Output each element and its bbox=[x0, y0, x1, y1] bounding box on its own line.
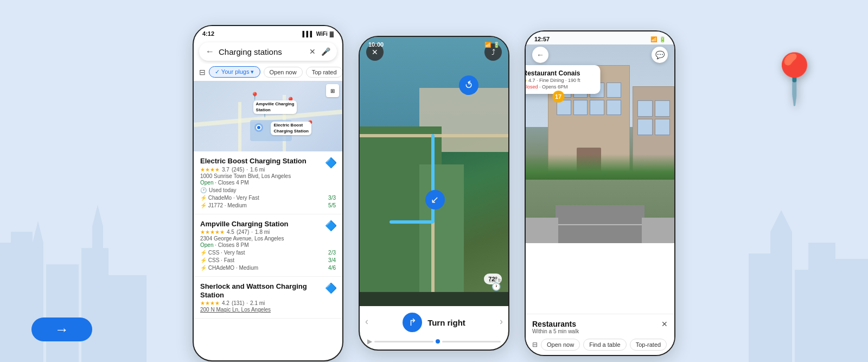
stars-3: ★★★★ bbox=[200, 300, 220, 306]
wifi-icon-2: 📶 bbox=[484, 42, 491, 48]
search-actions: ✕ 🎤 bbox=[309, 47, 330, 56]
search-bar[interactable]: ← Charging stations ✕ 🎤 bbox=[199, 42, 337, 61]
map-background: 📍 📍 📍 📍 Ampville ChargingStation Electri… bbox=[194, 81, 342, 151]
status-bar-2: 10:00 📶 🔋 bbox=[360, 37, 508, 50]
progress-dot bbox=[436, 339, 440, 344]
poi-opens: · Opens 6PM bbox=[539, 84, 568, 90]
sv-sidewalk-r bbox=[642, 218, 674, 243]
nav-turn-text: Turn right bbox=[427, 318, 465, 327]
sv-ground bbox=[526, 180, 674, 243]
wifi-icon: WiFi bbox=[316, 31, 328, 37]
panel-filters: ⊟ Open now Find a table Top-rated More bbox=[532, 339, 668, 351]
station-name-3: Sherlock and Wattson Charging Station bbox=[200, 282, 336, 299]
prev-step-icon[interactable]: ‹ bbox=[365, 316, 368, 327]
poi-badge: 17 bbox=[552, 91, 564, 103]
panel-close-button[interactable]: ✕ bbox=[661, 320, 668, 328]
status-bar-3: 12:57 📶 🔋 bbox=[526, 31, 674, 45]
filter-settings-icon[interactable]: ⊟ bbox=[199, 68, 206, 77]
map-layers-button[interactable]: ⊞ bbox=[326, 84, 339, 97]
aerial-map: ↺ ↙ bbox=[360, 37, 508, 292]
time-2: 10:00 bbox=[368, 41, 384, 48]
station-item-ampville[interactable]: Ampville Charging Station ★★★★★ 4.5 (247… bbox=[194, 214, 342, 277]
poi-status: Closed · Opens 6PM bbox=[526, 84, 594, 90]
mic-icon[interactable]: 🎤 bbox=[321, 47, 330, 56]
timer-icon: 🕐 bbox=[492, 282, 501, 291]
status-icons-2: 📶 🔋 bbox=[484, 42, 500, 48]
map-label-electric: Electric BoostCharging Station bbox=[271, 122, 311, 135]
nav-path-v bbox=[431, 134, 435, 224]
turn-icon: ↱ bbox=[403, 313, 422, 332]
station-address-1: 1000 Sunrise Town Blvd, Los Angeles bbox=[200, 173, 336, 179]
filter-chip-top-rated[interactable]: Top rated bbox=[306, 67, 342, 78]
nav-instruction: ↱ Turn right bbox=[403, 308, 465, 334]
filter-chip-your-plugs[interactable]: ✓ Your plugs ▾ bbox=[209, 66, 260, 78]
nav-content: 10:00 📶 🔋 bbox=[360, 37, 508, 350]
next-step-icon[interactable]: › bbox=[500, 316, 503, 327]
charger-icon-2a: ⚡ bbox=[200, 250, 207, 256]
charger-row-2a: ⚡ CSS · Very fast 2/3 bbox=[200, 250, 336, 256]
map-label-ampville: Ampville ChargingStation bbox=[253, 100, 297, 114]
panel-filter-open-now[interactable]: Open now bbox=[541, 339, 580, 351]
station-rating-2: ★★★★★ 4.5 (247) · 1.8 mi bbox=[200, 229, 336, 235]
panel-header: Restaurants Within a 5 min walk ✕ bbox=[532, 320, 668, 334]
clock-icon: 🕐 bbox=[200, 187, 207, 193]
poi-stars: ★ bbox=[526, 78, 527, 83]
clear-icon[interactable]: ✕ bbox=[309, 47, 316, 56]
time-1: 4:12 bbox=[202, 30, 214, 37]
wifi-icon-3: 📶 bbox=[650, 36, 657, 42]
rating-3: 4.2 bbox=[222, 300, 229, 306]
sv-chat-button[interactable]: 💬 bbox=[652, 47, 668, 63]
charger-row-2b: ⚡ CSS · Fast 3/4 bbox=[200, 257, 336, 263]
used-today-1: 🕐 Used today bbox=[200, 187, 336, 193]
sv-back-button[interactable]: ← bbox=[532, 47, 548, 63]
station-item-electric-boost[interactable]: Electric Boost Charging Station ★★★★ 3.7… bbox=[194, 151, 342, 214]
battery-icon-2: 🔋 bbox=[493, 42, 500, 48]
station-list: Electric Boost Charging Station ★★★★ 3.7… bbox=[194, 151, 342, 319]
back-button[interactable]: ← bbox=[206, 47, 214, 56]
charger-row-2c: ⚡ CHAdeMO · Medium 4/6 bbox=[200, 265, 336, 271]
reviews-2: (247) bbox=[237, 229, 249, 235]
navigate-station-3[interactable]: 🔷 bbox=[325, 282, 337, 294]
battery-icon-3: 🔋 bbox=[659, 36, 666, 42]
poi-card[interactable]: Restaurant Conais ★ 4.7 · Fine Dining · … bbox=[526, 65, 601, 94]
play-icon[interactable]: ▶ bbox=[367, 338, 372, 345]
panel-filter-find-table[interactable]: Find a table bbox=[583, 339, 626, 351]
station-status-1: Open · Closes 4 PM bbox=[200, 180, 336, 186]
panel-filter-top-rated[interactable]: Top-rated bbox=[630, 339, 667, 351]
station-address-3: 200 N Magic Ln, Los Angeles bbox=[200, 307, 336, 313]
sv-side-windows bbox=[637, 100, 670, 136]
phone-street-view: 12:57 📶 🔋 bbox=[525, 30, 675, 356]
status-bar-1: 4:12 ▌▌▌ WiFi ▓ bbox=[194, 26, 342, 39]
charger-icon-1b: ⚡ bbox=[200, 202, 207, 208]
charger-avail-2c: 4/6 bbox=[328, 265, 336, 271]
stars-2: ★★★★★ bbox=[200, 229, 225, 235]
charger-row-1b: ⚡ J1772 · Medium 5/5 bbox=[200, 202, 336, 208]
station-item-sherlock[interactable]: Sherlock and Wattson Charging Station ★★… bbox=[194, 277, 342, 319]
phone-navigation: 10:00 📶 🔋 bbox=[359, 36, 509, 351]
poi-name: Restaurant Conais bbox=[526, 69, 594, 77]
distance-1: 1.6 mi bbox=[250, 167, 265, 173]
charger-avail-2b: 3/4 bbox=[328, 257, 336, 263]
filter-bar: ⊟ ✓ Your plugs ▾ Open now Top rated bbox=[194, 64, 342, 81]
navigate-station-2[interactable]: 🔷 bbox=[325, 220, 337, 232]
phone-charging-stations: 4:12 ▌▌▌ WiFi ▓ ← Charging stations ✕ 🎤 … bbox=[193, 25, 343, 361]
charger-icon-2c: ⚡ bbox=[200, 265, 207, 271]
poi-meta: ★ 4.7 · Fine Dining · 190 ft bbox=[526, 78, 594, 83]
poi-rating: 4.7 bbox=[528, 78, 535, 83]
navigate-station-1[interactable]: 🔷 bbox=[325, 157, 337, 169]
charger-avail-1a: 3/3 bbox=[328, 195, 336, 201]
street-view-image bbox=[526, 31, 674, 243]
panel-title-block: Restaurants Within a 5 min walk bbox=[532, 320, 579, 334]
sv-road-line bbox=[556, 224, 644, 225]
filter-chip-open-now[interactable]: Open now bbox=[264, 67, 303, 78]
reviews-3: (131) bbox=[232, 300, 244, 306]
panel-title: Restaurants bbox=[532, 320, 579, 328]
nav-chevrons-row: ‹ ↱ Turn right › bbox=[360, 306, 508, 334]
charger-avail-2a: 2/3 bbox=[328, 250, 336, 256]
sv-road bbox=[556, 205, 644, 243]
battery-icon: ▓ bbox=[330, 31, 334, 37]
charger-row-1a: ⚡ ChadeMo · Very Fast 3/3 bbox=[200, 195, 336, 201]
status-icons-1: ▌▌▌ WiFi ▓ bbox=[302, 31, 334, 37]
charger-avail-1b: 5/5 bbox=[328, 202, 336, 208]
status-icons-3: 📶 🔋 bbox=[650, 36, 666, 42]
